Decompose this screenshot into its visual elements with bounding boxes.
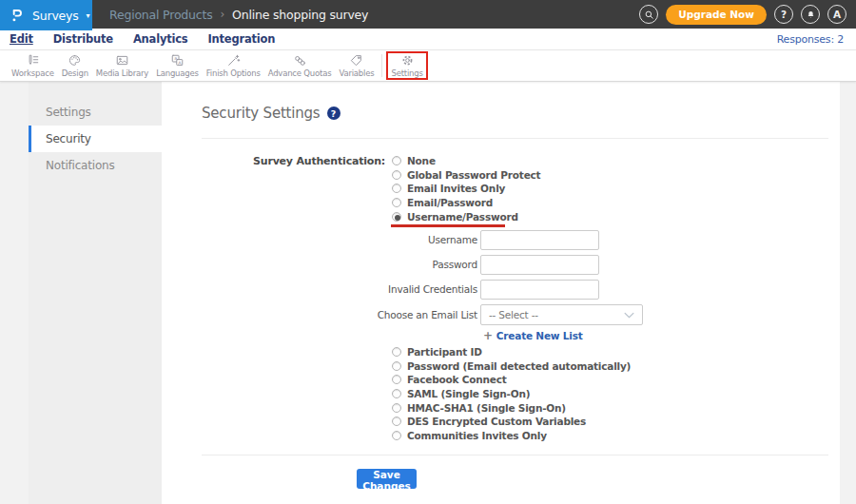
notifications-button[interactable] bbox=[801, 5, 820, 24]
search-button[interactable] bbox=[639, 5, 658, 24]
radio-option-email-password[interactable]: Email/Password bbox=[392, 196, 540, 210]
email-list-label: Choose an Email List bbox=[202, 309, 477, 320]
radio-option-saml[interactable]: SAML (Single Sign-On) bbox=[392, 387, 631, 401]
product-switcher[interactable]: Surveys ▾ bbox=[0, 0, 92, 30]
radio-icon[interactable] bbox=[392, 417, 401, 426]
security-settings-panel: Security Settings ? Survey Authenticatio… bbox=[162, 82, 840, 504]
tab-integration[interactable]: Integration bbox=[208, 32, 276, 46]
help-icon[interactable]: ? bbox=[327, 107, 340, 120]
chevron-down-icon: ▾ bbox=[87, 11, 90, 20]
tab-analytics[interactable]: Analytics bbox=[133, 32, 188, 46]
bell-icon bbox=[806, 10, 816, 20]
radio-icon[interactable] bbox=[392, 375, 401, 384]
help-button[interactable]: ? bbox=[774, 5, 793, 24]
auth-options-list: None Global Password Protect Email Invit… bbox=[392, 154, 540, 223]
invalid-credentials-input[interactable] bbox=[480, 280, 599, 300]
password-input[interactable] bbox=[480, 255, 599, 275]
sidebar-item-notifications[interactable]: Notifications bbox=[29, 152, 162, 179]
questionpro-logo-icon bbox=[10, 7, 26, 25]
breadcrumb-separator: › bbox=[220, 8, 224, 21]
toolbar-item-media-library[interactable]: Media Library bbox=[92, 52, 152, 79]
breadcrumb: Regional Products › Online shopping surv… bbox=[109, 0, 368, 29]
toolbar-item-finish-options[interactable]: Finish Options bbox=[203, 52, 264, 79]
toolbar-item-settings[interactable]: Settings bbox=[386, 51, 427, 80]
email-list-selected-value: -- Select -- bbox=[489, 309, 538, 320]
create-new-list-label: Create New List bbox=[496, 330, 583, 341]
radio-icon[interactable] bbox=[392, 389, 401, 398]
radio-icon[interactable] bbox=[392, 170, 401, 180]
save-changes-button[interactable]: Save Changes bbox=[357, 469, 417, 489]
username-input[interactable] bbox=[480, 230, 599, 250]
divider bbox=[202, 455, 828, 456]
tag-icon bbox=[349, 53, 363, 68]
page-title: Security Settings bbox=[202, 105, 321, 122]
svg-text:a: a bbox=[174, 55, 177, 61]
toolbar-item-languages[interactable]: aA Languages bbox=[152, 52, 203, 79]
create-new-list-link[interactable]: + Create New List bbox=[483, 329, 583, 342]
plus-icon: + bbox=[483, 329, 493, 342]
radio-option-facebook-connect[interactable]: Facebook Connect bbox=[392, 373, 631, 387]
survey-nav-tabs: Edit Distribute Analytics Integration Re… bbox=[0, 29, 856, 50]
radio-option-des-encrypted[interactable]: DES Encrypted Custom Variables bbox=[392, 415, 631, 429]
email-list-select[interactable]: -- Select -- bbox=[480, 304, 643, 325]
radio-icon[interactable] bbox=[392, 361, 401, 371]
image-icon bbox=[115, 53, 129, 68]
sidebar-item-security[interactable]: Security bbox=[29, 126, 162, 152]
settings-sidebar: Settings Security Notifications bbox=[29, 82, 162, 504]
radio-icon[interactable] bbox=[392, 403, 401, 413]
radio-icon[interactable] bbox=[392, 184, 401, 193]
gear-icon bbox=[400, 53, 415, 68]
topbar-actions: Upgrade Now ? A bbox=[639, 0, 846, 29]
tab-distribute[interactable]: Distribute bbox=[53, 32, 113, 46]
magic-wand-icon bbox=[226, 53, 241, 68]
responses-count[interactable]: Responses: 2 bbox=[777, 33, 844, 46]
radio-option-none[interactable]: None bbox=[392, 154, 540, 168]
quota-links-icon bbox=[293, 53, 307, 68]
translate-icon: aA bbox=[170, 53, 185, 68]
radio-icon[interactable] bbox=[392, 347, 401, 357]
breadcrumb-current: Online shopping survey bbox=[232, 8, 368, 22]
surveys-menu-label: Surveys bbox=[32, 9, 79, 23]
more-auth-options-list: Participant ID Password (Email detected … bbox=[392, 345, 631, 442]
toolbar-item-advance-quotas[interactable]: Advance Quotas bbox=[264, 52, 336, 79]
radio-option-password-email-detected[interactable]: Password (Email detected automatically) bbox=[392, 359, 631, 374]
invalid-credentials-label: Invalid Credentials bbox=[202, 283, 477, 295]
tab-edit[interactable]: Edit bbox=[10, 32, 33, 46]
red-underline-annotation bbox=[391, 224, 505, 227]
upgrade-now-button[interactable]: Upgrade Now bbox=[666, 5, 767, 25]
radio-icon-selected[interactable] bbox=[392, 212, 401, 222]
radio-option-username-password[interactable]: Username/Password bbox=[392, 209, 540, 223]
toolbar-separator bbox=[381, 54, 382, 77]
survey-authentication-label: Survey Authentication: bbox=[202, 155, 385, 167]
chevron-down-icon bbox=[624, 312, 634, 319]
search-icon bbox=[644, 10, 654, 20]
sidebar-item-settings[interactable]: Settings bbox=[29, 99, 162, 126]
password-label: Password bbox=[202, 259, 477, 270]
radio-icon[interactable] bbox=[392, 431, 401, 440]
divider bbox=[202, 138, 828, 139]
edit-toolbar: Workspace Design Media Library aA Langua… bbox=[0, 50, 856, 82]
radio-option-email-invites-only[interactable]: Email Invites Only bbox=[392, 182, 540, 196]
radio-option-participant-id[interactable]: Participant ID bbox=[392, 345, 631, 359]
workspace-icon bbox=[26, 53, 40, 68]
username-label: Username bbox=[202, 234, 477, 245]
account-avatar[interactable]: A bbox=[827, 5, 846, 24]
radio-icon[interactable] bbox=[392, 198, 401, 207]
radio-icon[interactable] bbox=[392, 156, 401, 165]
toolbar-item-variables[interactable]: Variables bbox=[335, 52, 378, 79]
toolbar-item-design[interactable]: Design bbox=[58, 52, 92, 79]
radio-option-communities-invites[interactable]: Communities Invites Only bbox=[392, 429, 631, 443]
radio-option-hmac-sha1[interactable]: HMAC-SHA1 (Single Sign-On) bbox=[392, 400, 631, 415]
palette-icon bbox=[68, 53, 82, 68]
breadcrumb-parent[interactable]: Regional Products bbox=[109, 8, 212, 22]
radio-option-global-password-protect[interactable]: Global Password Protect bbox=[392, 168, 540, 183]
toolbar-item-workspace[interactable]: Workspace bbox=[8, 52, 58, 79]
